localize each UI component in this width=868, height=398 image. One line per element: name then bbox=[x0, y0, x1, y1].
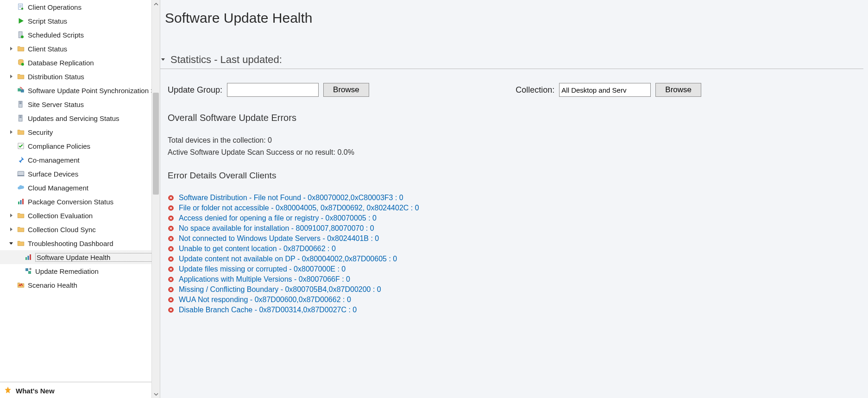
svg-rect-19 bbox=[22, 199, 24, 204]
update-group-label: Update Group: bbox=[168, 85, 222, 95]
error-link[interactable]: Update files missing or corrupted - 0x80… bbox=[179, 265, 346, 273]
main-content: Software Update Health Statistics - Last… bbox=[160, 0, 868, 398]
pin-icon bbox=[17, 156, 25, 164]
section-statistics-header[interactable]: Statistics - Last updated: bbox=[160, 54, 863, 66]
error-link[interactable]: Missing / Conflicting Boundary - 0x80070… bbox=[179, 285, 381, 294]
sidebar-item-label: Updates and Servicing Status bbox=[28, 114, 160, 122]
sidebar-item-label: Database Replication bbox=[28, 59, 160, 67]
sidebar-item-co-management[interactable]: Co-management bbox=[0, 153, 160, 167]
scroll-up-icon[interactable] bbox=[152, 0, 160, 8]
sidebar-item-scenario-health[interactable]: Scenario Health bbox=[0, 278, 160, 292]
error-icon bbox=[168, 235, 174, 242]
expand-icon[interactable] bbox=[8, 240, 14, 246]
scroll-down-icon[interactable] bbox=[152, 390, 160, 398]
error-row: Not connected to Windows Update Servers … bbox=[168, 234, 863, 244]
star-icon bbox=[4, 386, 12, 396]
error-row: Applications with Multiple Versions - 0x… bbox=[168, 274, 863, 284]
error-link[interactable]: WUA Not responding - 0x87D00600,0x87D006… bbox=[179, 296, 351, 304]
sidebar-item-updates-and-servicing-status[interactable]: Updates and Servicing Status bbox=[0, 111, 160, 125]
sidebar-item-surface-devices[interactable]: Surface Devices bbox=[0, 167, 160, 181]
chart-icon bbox=[24, 253, 32, 261]
sidebar-item-label: Package Conversion Status bbox=[28, 198, 160, 206]
collection-browse-button[interactable]: Browse bbox=[655, 83, 701, 97]
sidebar-item-troubleshooting-dashboard[interactable]: Troubleshooting Dashboard bbox=[0, 236, 160, 250]
sidebar-item-distribution-status[interactable]: Distribution Status bbox=[0, 69, 160, 83]
error-row: Access denied for opening a file or regi… bbox=[168, 213, 863, 223]
error-row: Unable to get content location - 0x87D00… bbox=[168, 244, 863, 254]
svg-rect-20 bbox=[25, 257, 27, 260]
error-link[interactable]: Software Distribution - File not Found -… bbox=[179, 194, 403, 202]
svg-rect-17 bbox=[18, 202, 19, 204]
sidebar-item-label: Cloud Management bbox=[28, 184, 160, 192]
error-link[interactable]: No space available for installation - 80… bbox=[179, 224, 374, 233]
scroll-thumb[interactable] bbox=[153, 93, 159, 195]
whats-new-button[interactable]: What's New bbox=[0, 383, 160, 398]
sidebar-item-label: Co-management bbox=[28, 156, 160, 164]
error-link[interactable]: Unable to get content location - 0x87D00… bbox=[179, 245, 336, 253]
folder-icon bbox=[17, 225, 25, 234]
cloud-icon bbox=[17, 183, 25, 192]
health-icon bbox=[17, 281, 25, 289]
error-link[interactable]: Not connected to Windows Update Servers … bbox=[179, 234, 379, 243]
sidebar-item-site-server-status[interactable]: Site Server Status bbox=[0, 97, 160, 111]
expand-icon[interactable] bbox=[8, 213, 14, 218]
sidebar-item-database-replication[interactable]: Database Replication bbox=[0, 56, 160, 69]
error-link[interactable]: Disable Branch Cache - 0x87D00314,0x87D0… bbox=[179, 306, 357, 314]
error-row: Disable Branch Cache - 0x87D00314,0x87D0… bbox=[168, 305, 863, 315]
sidebar-item-label: Collection Cloud Sync bbox=[28, 226, 160, 234]
error-icon bbox=[168, 286, 174, 293]
error-row: WUA Not responding - 0x87D00600,0x87D006… bbox=[168, 295, 863, 305]
sidebar-item-label: Troubleshooting Dashboard bbox=[28, 240, 160, 247]
collection-input[interactable] bbox=[559, 83, 651, 97]
error-link[interactable]: Access denied for opening a file or regi… bbox=[179, 214, 377, 222]
expand-icon[interactable] bbox=[8, 129, 14, 135]
server-icon bbox=[17, 114, 25, 122]
expand-icon[interactable] bbox=[8, 46, 14, 51]
play-icon bbox=[17, 17, 25, 25]
expand-icon[interactable] bbox=[8, 227, 14, 232]
scan-success-text: Active Software Update Scan Success or n… bbox=[160, 148, 863, 157]
svg-rect-12 bbox=[19, 116, 22, 117]
sidebar-item-collection-evaluation[interactable]: Collection Evaluation bbox=[0, 208, 160, 222]
doc-icon bbox=[17, 3, 25, 11]
sidebar-item-client-operations[interactable]: Client Operations bbox=[0, 0, 160, 14]
error-link[interactable]: Update content not available on DP - 0x8… bbox=[179, 255, 397, 263]
expand-icon[interactable] bbox=[8, 74, 14, 79]
sidebar-item-scheduled-scripts[interactable]: Scheduled Scripts bbox=[0, 28, 160, 42]
sidebar-scrollbar[interactable] bbox=[151, 0, 160, 398]
sidebar-item-collection-cloud-sync[interactable]: Collection Cloud Sync bbox=[0, 222, 160, 236]
sidebar-item-cloud-management[interactable]: Cloud Management bbox=[0, 181, 160, 195]
sidebar-item-script-status[interactable]: Script Status bbox=[0, 14, 160, 28]
update-group-browse-button[interactable]: Browse bbox=[323, 83, 369, 97]
whats-new-label: What's New bbox=[16, 387, 55, 395]
error-icon bbox=[168, 246, 174, 252]
error-row: Software Distribution - File not Found -… bbox=[168, 193, 863, 203]
sidebar-item-update-remediation[interactable]: Update Remediation bbox=[0, 264, 160, 278]
collapse-triangle-icon[interactable] bbox=[160, 57, 166, 63]
svg-rect-9 bbox=[19, 102, 22, 103]
svg-rect-6 bbox=[18, 88, 21, 92]
section-title: Statistics - Last updated: bbox=[170, 54, 282, 66]
server-icon bbox=[17, 100, 25, 108]
error-link[interactable]: File or folder not accessible - 0x800040… bbox=[179, 204, 419, 212]
sidebar-item-software-update-point-synchronization-sta[interactable]: Software Update Point Synchronization St… bbox=[0, 83, 160, 97]
error-icon bbox=[168, 297, 174, 303]
error-icon bbox=[168, 215, 174, 221]
chart-icon bbox=[17, 197, 25, 206]
page-title: Software Update Health bbox=[160, 10, 863, 26]
sidebar-item-compliance-policies[interactable]: Compliance Policies bbox=[0, 139, 160, 153]
svg-point-5 bbox=[21, 63, 24, 66]
sidebar-item-security[interactable]: Security bbox=[0, 125, 160, 139]
error-link[interactable]: Applications with Multiple Versions - 0x… bbox=[179, 275, 350, 284]
sidebar-item-package-conversion-status[interactable]: Package Conversion Status bbox=[0, 195, 160, 208]
sidebar-item-client-status[interactable]: Client Status bbox=[0, 42, 160, 56]
sidebar-item-software-update-health[interactable]: Software Update Health bbox=[0, 250, 160, 264]
svg-rect-18 bbox=[20, 200, 22, 204]
update-group-input[interactable] bbox=[227, 83, 319, 97]
svg-rect-7 bbox=[21, 89, 24, 93]
db-icon bbox=[17, 58, 25, 67]
error-icon bbox=[168, 276, 174, 283]
sidebar-item-label: Update Remediation bbox=[35, 267, 160, 275]
sidebar-item-label: Compliance Policies bbox=[28, 142, 160, 150]
error-icon bbox=[168, 205, 174, 211]
